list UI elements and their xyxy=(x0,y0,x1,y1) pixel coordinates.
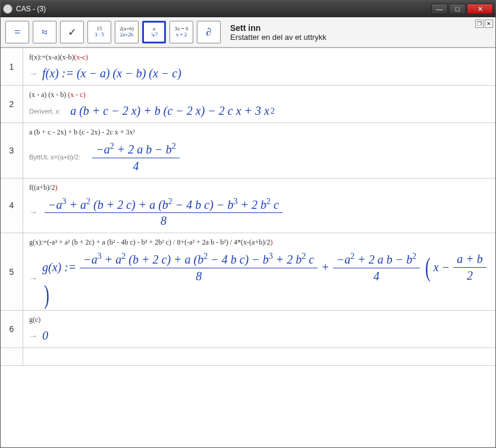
output-arrow-icon: → xyxy=(29,331,37,341)
window-title: CAS - (3) xyxy=(16,5,431,13)
close-button[interactable]: ✕ xyxy=(467,4,493,14)
cas-input[interactable]: a (b + c - 2x) + b (c - 2x) - 2c x + 3x² xyxy=(29,128,489,137)
cas-output: → f(x) := (x − a) (x − b) (x − c) xyxy=(29,67,489,80)
math-output: a (b + c − 2 x) + b (c − 2 x) − 2 c x + … xyxy=(70,104,275,118)
cas-output: Derivert, x: a (b + c − 2 x) + b (c − 2 … xyxy=(29,104,489,118)
approx-eval-button[interactable]: ≈ xyxy=(33,21,56,43)
cas-row[interactable]: 2 (x - a) (x - b) (x - c) Derivert, x: a… xyxy=(1,86,495,123)
cas-output: ByttUt, x=(a+b)/2: −a2 + 2 a b − b2 4 xyxy=(29,142,489,173)
factor-button[interactable]: 2(a+b) 2a+2b xyxy=(115,21,139,43)
row-number: 1 xyxy=(1,48,23,85)
exact-eval-button[interactable]: = xyxy=(5,21,29,43)
cas-view[interactable]: 1 f(x):=(x-a)(x-b)(x-c) → f(x) := (x − a… xyxy=(1,48,495,447)
cas-output: → −a3 + a2 (b + 2 c) + a (b2 − 4 b c) − … xyxy=(29,197,489,228)
row-number: 4 xyxy=(1,178,23,233)
cas-output: → 0 xyxy=(29,329,489,343)
panel-close-icon[interactable]: ✕ xyxy=(485,20,493,28)
row-number: 2 xyxy=(1,86,23,123)
toolbar-tooltip: Sett inn Erstatter en del av et uttrykk xyxy=(230,23,327,42)
substitute-button[interactable]: a ↘7 xyxy=(142,21,166,43)
row-number: 3 xyxy=(1,123,23,178)
panel-restore-icon[interactable]: ❐ xyxy=(475,20,484,28)
output-arrow-icon: → xyxy=(29,208,37,217)
row-number: 6 xyxy=(1,311,23,347)
cas-input[interactable]: g(c) xyxy=(29,315,489,324)
row-number: 5 xyxy=(1,233,23,310)
cas-input[interactable]: f((a+b)/2) xyxy=(29,183,489,192)
derivative-button[interactable]: ∂ xyxy=(197,21,221,43)
cas-empty-row[interactable] xyxy=(1,348,495,366)
cas-row[interactable]: 1 f(x):=(x-a)(x-b)(x-c) → f(x) := (x − a… xyxy=(1,48,495,86)
app-window: CAS - (3) — □ ✕ = ≈ ✓ 15 3 · 5 2(a+b) 2a… xyxy=(0,0,496,448)
cas-row[interactable]: 4 f((a+b)/2) → −a3 + a2 (b + 2 c) + a (b… xyxy=(1,178,495,234)
minimize-button[interactable]: — xyxy=(431,4,448,14)
output-arrow-icon: → xyxy=(29,69,37,79)
check-button[interactable]: ✓ xyxy=(60,21,84,43)
titlebar[interactable]: CAS - (3) — □ ✕ xyxy=(1,1,495,17)
solve-button[interactable]: 3x = 6 x = 2 xyxy=(169,21,193,43)
cas-row[interactable]: 3 a (b + c - 2x) + b (c - 2x) - 2c x + 3… xyxy=(1,123,495,178)
app-icon xyxy=(3,4,12,14)
maximize-button[interactable]: □ xyxy=(449,4,466,14)
cas-row[interactable]: 6 g(c) → 0 xyxy=(1,311,495,348)
cas-input[interactable]: (x - a) (x - b) (x - c) xyxy=(29,90,489,99)
cas-output: → g(x) := −a3 + a2 (b + 2 c) + a (b2 − 4… xyxy=(29,252,489,305)
numeric-button[interactable]: 15 3 · 5 xyxy=(87,21,111,43)
toolbar: = ≈ ✓ 15 3 · 5 2(a+b) 2a+2b a ↘7 3x = 6 … xyxy=(1,17,495,48)
cas-input[interactable]: g(x):=(-a³ + a² (b + 2c) + a (b² - 4b c)… xyxy=(29,238,489,247)
cas-input[interactable]: f(x):=(x-a)(x-b)(x-c) xyxy=(29,53,489,62)
cas-row[interactable]: 5 g(x):=(-a³ + a² (b + 2c) + a (b² - 4b … xyxy=(1,233,495,311)
output-arrow-icon: → xyxy=(29,274,37,283)
